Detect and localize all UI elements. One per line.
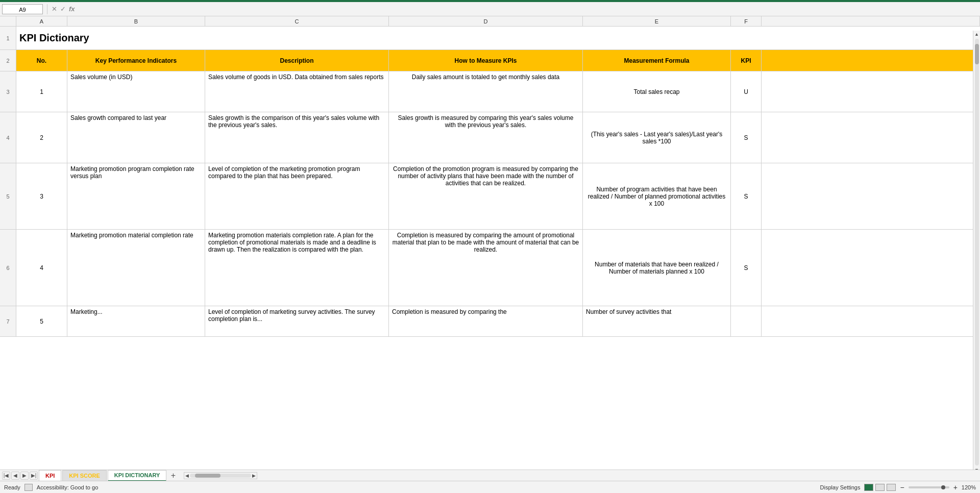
cell-desc[interactable]: Sales volume of goods in USD. Data obtai… <box>205 71 389 112</box>
table-row: 1 KPI Dictionary <box>0 27 980 50</box>
header-desc: Description <box>205 50 389 71</box>
zoom-slider[interactable] <box>909 486 949 488</box>
normal-view-btn[interactable] <box>864 484 873 491</box>
cell-kpi-name[interactable]: Marketing promotion material completion … <box>67 230 205 306</box>
header-kpi-col: KPI <box>731 50 762 71</box>
cell-kpi-name[interactable]: Sales volume (in USD) <box>67 71 205 112</box>
scroll-up-arrow[interactable]: ▲ <box>973 31 981 38</box>
header-measure: How to Measure KPIs <box>389 50 583 71</box>
col-header-e[interactable]: E <box>583 16 731 26</box>
table-row: 2 No. Key Performance Indicators Descrip… <box>0 50 980 71</box>
spreadsheet-body: 1 KPI Dictionary 2 No. Key Performance I… <box>0 27 980 470</box>
cell-measure[interactable]: Sales growth is measured by comparing th… <box>389 112 583 163</box>
col-header-a[interactable]: A <box>16 16 67 26</box>
h-scroll-right[interactable]: ▶ <box>252 473 256 478</box>
cell-kpi-val[interactable]: S <box>731 230 762 306</box>
zoom-in-btn[interactable]: + <box>953 483 958 491</box>
zoom-level: 120% <box>962 484 976 490</box>
cancel-icon[interactable]: ✕ <box>52 5 57 13</box>
cell-formula[interactable]: Number of survey activities that <box>583 306 731 336</box>
row-number: 4 <box>0 112 16 163</box>
cell-kpi-val[interactable]: U <box>731 71 762 112</box>
col-header-rest <box>762 16 980 26</box>
cell-kpi-name[interactable]: Sales growth compared to last year <box>67 112 205 163</box>
h-scroll-left[interactable]: ◀ <box>185 473 189 478</box>
cell-no[interactable]: 2 <box>16 112 67 163</box>
row-number: 7 <box>0 306 16 336</box>
cell-kpi-val[interactable] <box>731 306 762 336</box>
cell-measure[interactable]: Daily sales amount is totaled to get mon… <box>389 71 583 112</box>
row-number: 3 <box>0 71 16 112</box>
col-header-f[interactable]: F <box>731 16 762 26</box>
v-scroll-track[interactable] <box>975 39 979 465</box>
table-row: 7 5 Marketing... Level of completion of … <box>0 306 980 337</box>
cell-kpi-name[interactable]: Marketing promotion program completion r… <box>67 163 205 229</box>
header-formula: Measurement Formula <box>583 50 731 71</box>
col-header-d[interactable]: D <box>389 16 583 26</box>
formula-input[interactable] <box>77 4 978 14</box>
cell-measure[interactable]: Completion is measured by comparing the <box>389 306 583 336</box>
row-number: 2 <box>0 50 16 71</box>
zoom-out-btn[interactable]: − <box>900 483 904 491</box>
vertical-scrollbar[interactable]: ▲ ▼ <box>973 31 980 474</box>
accessibility-status: Accessibility: Good to go <box>37 484 98 490</box>
cell-kpi-val[interactable]: S <box>731 163 762 229</box>
cell-desc[interactable]: Level of completion of the marketing pro… <box>205 163 389 229</box>
sheet-tab-kpi-score[interactable]: KPI SCORE <box>62 470 107 481</box>
page-view-icon[interactable] <box>24 484 33 491</box>
cell-no[interactable]: 4 <box>16 230 67 306</box>
cell-no[interactable]: 3 <box>16 163 67 229</box>
col-header-b[interactable]: B <box>67 16 205 26</box>
page-layout-btn[interactable] <box>875 484 885 491</box>
header-no: No. <box>16 50 67 71</box>
tab-nav-next[interactable]: ▶ <box>20 472 29 480</box>
cell-kpi-val[interactable]: S <box>731 112 762 163</box>
cell-formula[interactable]: Number of program activities that have b… <box>583 163 731 229</box>
cell-formula[interactable]: Total sales recap <box>583 71 731 112</box>
cell-desc[interactable]: Marketing promotion materials completion… <box>205 230 389 306</box>
row-number: 1 <box>0 27 16 50</box>
tab-nav-last[interactable]: ▶| <box>30 472 38 480</box>
cell-no[interactable]: 5 <box>16 306 67 336</box>
col-header-c[interactable]: C <box>205 16 389 26</box>
cell-formula[interactable]: Number of materials that have been reali… <box>583 230 731 306</box>
page-break-btn[interactable] <box>887 484 896 491</box>
cell-measure[interactable]: Completion of the promotion program is m… <box>389 163 583 229</box>
table-row: 3 1 Sales volume (in USD) Sales volume o… <box>0 71 980 112</box>
kpi-dictionary-title: KPI Dictionary <box>19 32 89 44</box>
table-row: 5 3 Marketing promotion program completi… <box>0 163 980 230</box>
row-number-col-header <box>0 16 16 26</box>
sheet-tab-kpi[interactable]: KPI <box>39 470 61 481</box>
sheet-tab-bar: |◀ ◀ ▶ ▶| KPI KPI SCORE KPI DICTIONARY +… <box>0 470 980 481</box>
formula-bar: A9 ✕ ✓ fx <box>0 2 980 16</box>
title-cell[interactable]: KPI Dictionary <box>16 27 823 50</box>
cell-kpi-name[interactable]: Marketing... <box>67 306 205 336</box>
cell-measure[interactable]: Completion is measured by comparing the … <box>389 230 583 306</box>
confirm-icon[interactable]: ✓ <box>60 5 66 13</box>
zoom-thumb <box>941 485 945 489</box>
sheet-tab-kpi-dictionary[interactable]: KPI DICTIONARY <box>108 470 166 481</box>
header-kpi: Key Performance Indicators <box>67 50 205 71</box>
cell-desc[interactable]: Sales growth is the comparison of this y… <box>205 112 389 163</box>
cell-formula[interactable]: (This year's sales - Last year's sales)/… <box>583 112 731 163</box>
display-settings[interactable]: Display Settings <box>820 484 861 490</box>
cell-desc[interactable]: Level of completion of marketing survey … <box>205 306 389 336</box>
status-bar: Ready Accessibility: Good to go Display … <box>0 481 980 493</box>
table-row: 6 4 Marketing promotion material complet… <box>0 230 980 306</box>
tab-nav-first[interactable]: |◀ <box>2 472 10 480</box>
column-headers: A B C D E F <box>0 16 980 27</box>
row-number: 6 <box>0 230 16 306</box>
add-sheet-button[interactable]: + <box>167 470 179 481</box>
tab-nav-prev[interactable]: ◀ <box>11 472 19 480</box>
function-icon[interactable]: fx <box>69 5 75 13</box>
ready-status: Ready <box>4 484 20 490</box>
v-scroll-thumb[interactable] <box>975 44 979 64</box>
row-number: 5 <box>0 163 16 229</box>
cell-no[interactable]: 1 <box>16 71 67 112</box>
table-row: 4 2 Sales growth compared to last year S… <box>0 112 980 163</box>
name-box[interactable]: A9 <box>2 4 43 14</box>
